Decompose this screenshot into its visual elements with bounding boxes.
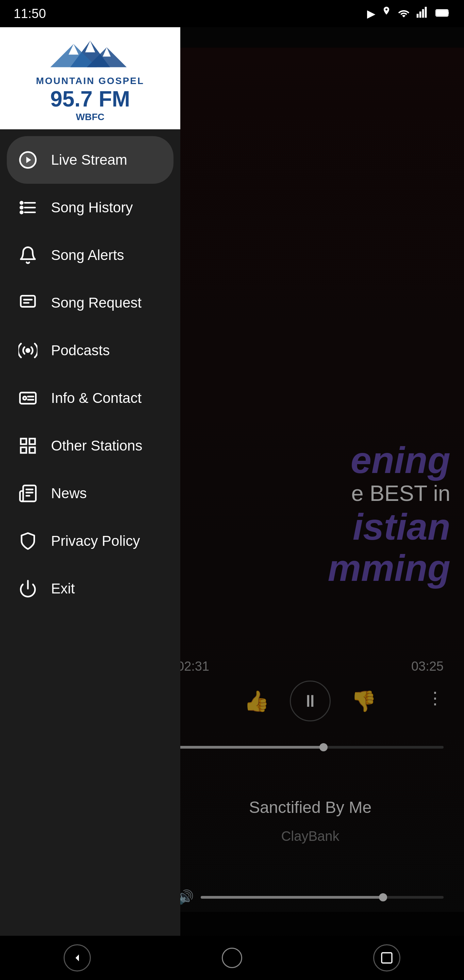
svg-rect-30 [21, 447, 26, 453]
live-stream-label: Live Stream [51, 152, 127, 168]
menu-item-other-stations[interactable]: Other Stations [0, 422, 180, 469]
list-music-icon [17, 197, 39, 218]
svg-rect-29 [30, 439, 35, 444]
other-stations-label: Other Stations [51, 438, 142, 454]
play-indicator-icon: ▶ [367, 7, 375, 20]
grid-icon [17, 435, 39, 457]
navigation-bar [0, 936, 464, 980]
privacy-policy-label: Privacy Policy [51, 533, 140, 549]
logo-inner: MOUNTAIN GOSPEL 95.7 FM WBFC [19, 34, 162, 123]
newspaper-icon [17, 482, 39, 504]
menu-item-song-alerts[interactable]: Song Alerts [0, 231, 180, 279]
logo-mountain-text: MOUNTAIN GOSPEL [36, 76, 144, 86]
location-icon [382, 6, 391, 21]
podcast-icon [17, 340, 39, 361]
station-logo: MOUNTAIN GOSPEL 95.7 FM WBFC [0, 27, 180, 129]
status-bar: 11:50 ▶ [0, 0, 464, 27]
drawer-menu: Live Stream Song History Song Alerts [0, 129, 180, 936]
menu-item-privacy-policy[interactable]: Privacy Policy [0, 517, 180, 565]
svg-point-19 [21, 211, 23, 214]
song-history-label: Song History [51, 199, 133, 216]
menu-item-info-contact[interactable]: Info & Contact [0, 374, 180, 422]
menu-item-live-stream[interactable]: Live Stream [7, 136, 173, 184]
home-button[interactable] [218, 944, 246, 972]
svg-rect-0 [417, 14, 419, 18]
navigation-drawer: MOUNTAIN GOSPEL 95.7 FM WBFC Live Stream… [0, 27, 180, 936]
song-alerts-label: Song Alerts [51, 247, 124, 263]
menu-item-exit[interactable]: Exit [0, 565, 180, 612]
wifi-icon [397, 8, 410, 20]
battery-icon [435, 8, 450, 20]
svg-rect-3 [425, 7, 427, 18]
menu-item-song-request[interactable]: Song Request [0, 279, 180, 327]
svg-point-18 [21, 207, 23, 209]
svg-point-17 [21, 202, 23, 204]
back-button[interactable] [64, 944, 91, 972]
message-square-icon [17, 292, 39, 314]
menu-item-news[interactable]: News [0, 469, 180, 517]
svg-rect-5 [437, 10, 447, 15]
svg-point-25 [23, 396, 26, 399]
podcasts-label: Podcasts [51, 342, 110, 359]
svg-rect-2 [422, 9, 424, 18]
exit-label: Exit [51, 581, 75, 597]
shield-icon [17, 530, 39, 552]
svg-rect-36 [382, 953, 392, 963]
svg-rect-28 [21, 439, 26, 444]
svg-rect-24 [20, 393, 36, 404]
logo-callsign: WBFC [76, 111, 105, 123]
info-contact-label: Info & Contact [51, 390, 141, 406]
recents-button[interactable] [373, 944, 400, 972]
logo-frequency: 95.7 FM [50, 88, 130, 110]
menu-item-song-history[interactable]: Song History [0, 184, 180, 231]
power-icon [17, 578, 39, 600]
play-circle-icon [17, 149, 39, 171]
mountain-svg [43, 34, 138, 74]
song-request-label: Song Request [51, 295, 141, 311]
svg-rect-1 [420, 11, 421, 18]
status-icons: ▶ [367, 6, 450, 21]
status-time: 11:50 [14, 6, 46, 21]
svg-point-23 [26, 349, 29, 352]
id-card-icon [17, 387, 39, 409]
menu-item-podcasts[interactable]: Podcasts [0, 327, 180, 374]
news-label: News [51, 485, 87, 501]
svg-rect-20 [21, 296, 35, 307]
svg-rect-31 [30, 447, 35, 453]
bell-icon [17, 244, 39, 266]
signal-icon [416, 7, 429, 21]
